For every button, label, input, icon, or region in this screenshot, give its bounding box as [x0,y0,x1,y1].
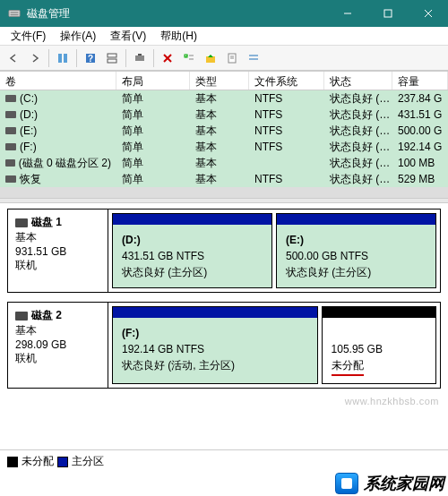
column-headers: 卷 布局 类型 文件系统 状态 容量 [0,71,448,90]
delete-button[interactable] [158,48,177,68]
col-capacity[interactable]: 容量 [392,72,448,90]
table-row[interactable]: (E:)简单基本NTFS状态良好 (…500.00 G [0,123,448,139]
volume-icon [5,143,16,150]
svg-rect-4 [384,10,392,17]
settings-button[interactable] [130,48,150,68]
folder-up-button[interactable] [201,48,220,68]
checklist-button[interactable] [179,48,199,68]
volume-icon [5,111,16,118]
watermark: 系统家园网 [335,473,444,494]
app-icon [7,6,22,21]
disk-info[interactable]: 磁盘 1 基本 931.51 GB 联机 [8,210,108,292]
menu-file[interactable]: 文件(F) [4,27,53,46]
watermark-url: www.hnzkhbsb.com [345,396,439,406]
toolbar: ? [0,46,448,71]
svg-rect-24 [249,55,258,56]
col-status[interactable]: 状态 [324,72,392,90]
watermark-icon [335,473,358,494]
table-row[interactable]: 恢复简单基本NTFS状态良好 (…529 MB [0,171,448,187]
window-title: 磁盘管理 [27,6,327,21]
table-row[interactable]: (C:)简单基本NTFS状态良好 (…237.84 G [0,90,448,107]
col-volume[interactable]: 卷 [0,72,116,90]
volume-icon [5,175,16,183]
volume-rows: (C:)简单基本NTFS状态良好 (…237.84 G(D:)简单基本NTFS状… [0,90,448,187]
partition-d[interactable]: (D:) 431.51 GB NTFS 状态良好 (主分区) [112,213,272,288]
watermark-text: 系统家园网 [364,473,444,494]
col-fs[interactable]: 文件系统 [249,72,324,90]
disk-icon [15,218,28,227]
table-row[interactable]: (D:)简单基本NTFS状态良好 (…431.51 G [0,107,448,123]
svg-rect-25 [249,58,258,60]
list-view-button[interactable] [244,48,263,68]
col-type[interactable]: 类型 [190,72,249,90]
disk-icon [15,312,28,321]
partition-e[interactable]: (E:) 500.00 GB NTFS 状态良好 (主分区) [276,213,436,288]
volume-icon [5,95,16,102]
view-toggle-button[interactable] [53,48,73,68]
minimize-button[interactable] [327,0,367,27]
back-button[interactable] [4,48,23,68]
disk-block-2: 磁盘 2 基本 298.09 GB 联机 (F:) 192.14 GB NTFS… [7,302,441,389]
volume-list-panel: 卷 布局 类型 文件系统 状态 容量 (C:)简单基本NTFS状态良好 (…23… [0,71,448,198]
partition-header [323,307,435,318]
table-row[interactable]: (F:)简单基本NTFS状态良好 (…192.14 G [0,139,448,155]
maximize-button[interactable] [367,0,408,27]
menubar: 文件(F) 操作(A) 查看(V) 帮助(H) [0,27,448,46]
col-layout[interactable]: 布局 [116,72,190,90]
svg-rect-2 [11,14,19,15]
partition-f[interactable]: (F:) 192.14 GB NTFS 状态良好 (活动, 主分区) [112,306,318,384]
menu-action[interactable]: 操作(A) [53,27,103,46]
partition-unallocated[interactable]: 105.95 GB 未分配 [322,306,436,384]
volume-icon [5,127,16,134]
legend-swatch-primary [57,457,68,467]
menu-help[interactable]: 帮助(H) [153,27,204,46]
svg-rect-20 [206,56,215,63]
table-row[interactable]: (磁盘 0 磁盘分区 2)简单基本状态良好 (…100 MB [0,155,448,171]
svg-rect-12 [108,59,116,63]
layout-button[interactable] [102,48,122,68]
svg-rect-13 [135,56,144,61]
partition-header [113,214,271,225]
svg-rect-8 [64,54,67,63]
close-button[interactable] [408,0,448,27]
svg-rect-11 [108,54,116,57]
legend: 未分配 主分区 [0,449,448,473]
svg-rect-1 [11,12,19,13]
svg-rect-14 [138,54,142,56]
volume-icon [5,159,15,167]
disk-info[interactable]: 磁盘 2 基本 298.09 GB 联机 [8,303,108,388]
titlebar: 磁盘管理 [0,0,448,27]
disk-layout-panel: 磁盘 1 基本 931.51 GB 联机 (D:) 431.51 GB NTFS… [0,203,448,389]
help-button[interactable]: ? [81,48,100,68]
legend-swatch-unalloc [7,457,18,467]
svg-rect-7 [58,54,62,63]
forward-button[interactable] [25,48,45,68]
scroll-area[interactable] [0,187,448,198]
menu-view[interactable]: 查看(V) [103,27,153,46]
properties-button[interactable] [222,48,242,68]
svg-rect-0 [9,11,20,17]
disk-block-1: 磁盘 1 基本 931.51 GB 联机 (D:) 431.51 GB NTFS… [7,209,441,293]
partition-header [277,214,435,225]
partition-header [113,307,317,318]
svg-text:?: ? [88,54,93,64]
